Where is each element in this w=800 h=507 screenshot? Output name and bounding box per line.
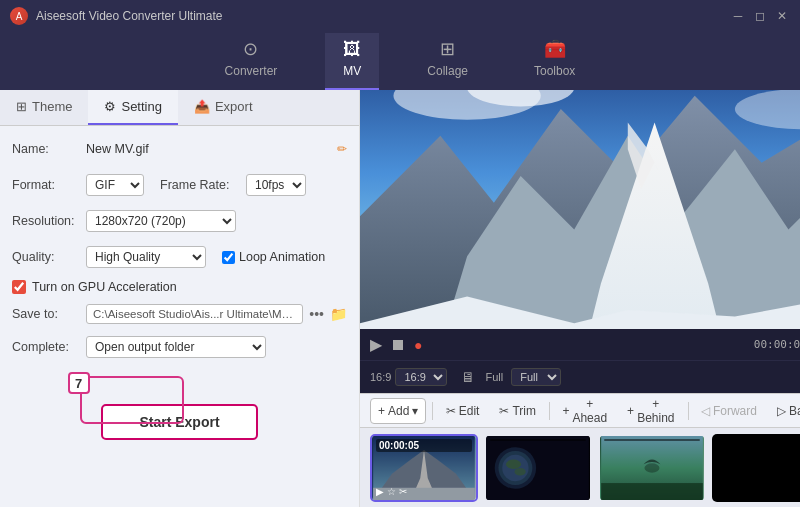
video-controls: ▶ ⏹ ● 00:00:00.00/00:01:40.16 🔊 bbox=[360, 329, 800, 360]
complete-row: Complete: Open output folder Do nothing bbox=[12, 334, 347, 360]
saveto-folder-button[interactable]: 📁 bbox=[330, 306, 347, 322]
converter-icon: ⊙ bbox=[243, 38, 258, 60]
film-duration-4 bbox=[718, 439, 800, 441]
record-indicator: ● bbox=[414, 337, 422, 353]
play-button[interactable]: ▶ bbox=[370, 335, 382, 354]
name-label: Name: bbox=[12, 142, 80, 156]
ahead-button[interactable]: + + Ahead bbox=[555, 398, 614, 424]
bottom-toolbar: + Add ▾ ✂ Edit ✂ Trim + + Ahead + + Behi… bbox=[360, 393, 800, 427]
main-content: ⊞ Theme ⚙ Setting 📤 Export Name: New MV.… bbox=[0, 90, 800, 507]
nav-mv[interactable]: 🖼 MV bbox=[325, 33, 379, 90]
complete-label: Complete: bbox=[12, 340, 80, 354]
ahead-icon: + bbox=[562, 404, 569, 418]
stop-button[interactable]: ⏹ bbox=[390, 336, 406, 354]
size-label: Full bbox=[485, 371, 503, 383]
ratio-select[interactable]: 16:9 4:3 1:1 bbox=[395, 368, 447, 386]
ratio-label: 16:9 bbox=[370, 371, 391, 383]
edit-button[interactable]: ✂ Edit bbox=[439, 398, 487, 424]
export-tab-icon: 📤 bbox=[194, 99, 210, 114]
film-overlay-2 bbox=[486, 436, 590, 500]
film-item-4[interactable] bbox=[712, 434, 800, 502]
resolution-select[interactable]: 1280x720 (720p) 1920x1080 (1080p) 640x48… bbox=[86, 210, 236, 232]
film-play-icon[interactable]: ▶ bbox=[376, 486, 384, 497]
saveto-more-button[interactable]: ••• bbox=[309, 306, 324, 322]
nav-converter[interactable]: ⊙ Converter bbox=[207, 32, 296, 90]
export-tab-label: Export bbox=[215, 99, 253, 114]
size-select[interactable]: Full Half bbox=[511, 368, 561, 386]
time-display: 00:00:00.00/00:01:40.16 bbox=[754, 338, 800, 351]
add-button[interactable]: + Add ▾ bbox=[370, 398, 426, 424]
trim-icon: ✂ bbox=[499, 404, 509, 418]
forward-button[interactable]: ◁ Forward bbox=[694, 398, 764, 424]
filmstrip: 00:00:05 ▶ ☆ ✂ bbox=[360, 427, 800, 507]
framerate-label: Frame Rate: bbox=[160, 178, 240, 192]
quality-row: Quality: High Quality Medium Quality Low… bbox=[12, 244, 347, 270]
nav-bar: ⊙ Converter 🖼 MV ⊞ Collage 🧰 Toolbox bbox=[0, 32, 800, 90]
window-controls: ─ ◻ ✕ bbox=[730, 8, 790, 24]
collage-icon: ⊞ bbox=[440, 38, 455, 60]
saveto-path: C:\Aiseesoft Studio\Ais...r Ultimate\MV … bbox=[86, 304, 303, 324]
film-item-1[interactable]: 00:00:05 ▶ ☆ ✂ bbox=[370, 434, 478, 502]
tab-export[interactable]: 📤 Export bbox=[178, 90, 269, 125]
resolution-row: Resolution: 1280x720 (720p) 1920x1080 (1… bbox=[12, 208, 347, 234]
mountain-scene-svg: SHUTTERSTOCK bbox=[360, 90, 800, 329]
film-icons-1: ▶ ☆ ✂ bbox=[376, 486, 472, 497]
format-select[interactable]: GIF MP4 MOV bbox=[86, 174, 144, 196]
quality-label: Quality: bbox=[12, 250, 80, 264]
toolbox-icon: 🧰 bbox=[544, 38, 566, 60]
film-scissors-icon[interactable]: ✂ bbox=[399, 486, 407, 497]
add-chevron-icon: ▾ bbox=[412, 404, 418, 418]
minimize-button[interactable]: ─ bbox=[730, 8, 746, 24]
saveto-label: Save to: bbox=[12, 307, 80, 321]
film-overlay-4 bbox=[714, 436, 800, 500]
gpu-checkbox[interactable] bbox=[12, 280, 26, 294]
film-duration-3 bbox=[604, 439, 700, 441]
film-duration-2 bbox=[490, 439, 586, 441]
complete-select[interactable]: Open output folder Do nothing bbox=[86, 336, 266, 358]
start-export-main-button[interactable]: Start Export bbox=[101, 404, 257, 440]
mv-icon: 🖼 bbox=[343, 39, 361, 60]
name-row: Name: New MV.gif ✏ bbox=[12, 136, 347, 162]
nav-collage[interactable]: ⊞ Collage bbox=[409, 32, 486, 90]
form-area: Name: New MV.gif ✏ Format: GIF MP4 MOV F… bbox=[0, 126, 359, 507]
nav-toolbox[interactable]: 🧰 Toolbox bbox=[516, 32, 593, 90]
ratio-controls: 16:9 16:9 4:3 1:1 🖥 Full Full Half Start… bbox=[360, 360, 800, 393]
backward-icon: ▷ bbox=[777, 404, 786, 418]
tab-bar: ⊞ Theme ⚙ Setting 📤 Export bbox=[0, 90, 359, 126]
nav-collage-label: Collage bbox=[427, 64, 468, 78]
behind-button[interactable]: + + Behind bbox=[620, 398, 681, 424]
format-row: Format: GIF MP4 MOV Frame Rate: 10fps 24… bbox=[12, 172, 347, 198]
plus-icon: + bbox=[378, 404, 385, 418]
step-badge: 7 bbox=[68, 372, 90, 394]
forward-icon: ◁ bbox=[701, 404, 710, 418]
tab-theme[interactable]: ⊞ Theme bbox=[0, 90, 88, 125]
name-edit-icon[interactable]: ✏ bbox=[337, 142, 347, 156]
backward-button[interactable]: ▷ Backward bbox=[770, 398, 800, 424]
video-preview: SHUTTERSTOCK bbox=[360, 90, 800, 329]
setting-tab-icon: ⚙ bbox=[104, 99, 116, 114]
setting-tab-label: Setting bbox=[121, 99, 161, 114]
saveto-row: Save to: C:\Aiseesoft Studio\Ais...r Ult… bbox=[12, 304, 347, 324]
ratio-wrap: 16:9 16:9 4:3 1:1 bbox=[370, 368, 447, 386]
film-star-icon[interactable]: ☆ bbox=[387, 486, 396, 497]
format-label: Format: bbox=[12, 178, 80, 192]
close-button[interactable]: ✕ bbox=[774, 8, 790, 24]
loop-checkbox[interactable] bbox=[222, 251, 235, 264]
quality-select[interactable]: High Quality Medium Quality Low Quality bbox=[86, 246, 206, 268]
tab-setting[interactable]: ⚙ Setting bbox=[88, 90, 177, 125]
gpu-row: Turn on GPU Acceleration bbox=[12, 280, 347, 294]
film-overlay-1: 00:00:05 ▶ ☆ ✂ bbox=[372, 436, 476, 500]
monitor-icon: 🖥 bbox=[461, 369, 475, 385]
film-overlay-3 bbox=[600, 436, 704, 500]
film-item-3[interactable] bbox=[598, 434, 706, 502]
theme-tab-icon: ⊞ bbox=[16, 99, 27, 114]
maximize-button[interactable]: ◻ bbox=[752, 8, 768, 24]
edit-icon: ✂ bbox=[446, 404, 456, 418]
loop-label: Loop Animation bbox=[239, 250, 325, 264]
trim-button[interactable]: ✂ Trim bbox=[492, 398, 543, 424]
name-value: New MV.gif bbox=[86, 142, 331, 156]
framerate-select[interactable]: 10fps 24fps 30fps bbox=[246, 174, 306, 196]
film-item-2[interactable] bbox=[484, 434, 592, 502]
nav-converter-label: Converter bbox=[225, 64, 278, 78]
loop-label-row: Loop Animation bbox=[222, 250, 325, 264]
